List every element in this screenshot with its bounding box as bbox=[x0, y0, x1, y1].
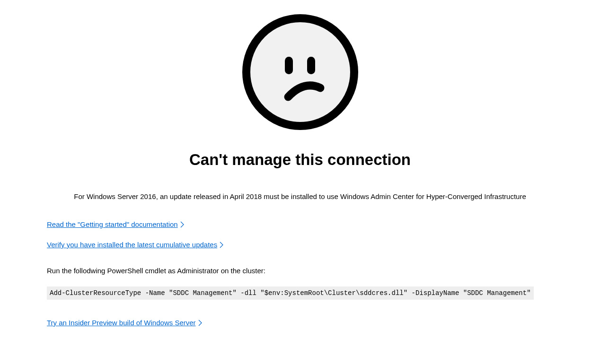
sad-face-icon bbox=[242, 14, 358, 132]
chevron-right-icon bbox=[219, 242, 224, 248]
insider-preview-link[interactable]: Try an Insider Preview build of Windows … bbox=[47, 319, 196, 327]
updates-link-row: Verify you have installed the latest cum… bbox=[47, 241, 553, 249]
powershell-instruction: Run the follodwing PowerShell cmdlet as … bbox=[47, 267, 553, 275]
error-container: Can't manage this connection For Windows… bbox=[0, 0, 600, 339]
svg-point-0 bbox=[246, 18, 354, 126]
insider-link-row: Try an Insider Preview build of Windows … bbox=[47, 319, 553, 327]
error-description: For Windows Server 2016, an update relea… bbox=[47, 192, 553, 200]
verify-updates-link[interactable]: Verify you have installed the latest cum… bbox=[47, 241, 217, 249]
docs-link-row: Read the "Getting started" documentation bbox=[47, 220, 553, 228]
svg-rect-2 bbox=[307, 57, 315, 74]
read-docs-link[interactable]: Read the "Getting started" documentation bbox=[47, 220, 178, 228]
svg-rect-1 bbox=[285, 57, 293, 74]
chevron-right-icon bbox=[180, 221, 185, 228]
powershell-cmdlet: Add-ClusterResourceType -Name "SDDC Mana… bbox=[47, 286, 534, 300]
chevron-right-icon bbox=[198, 320, 203, 326]
error-title: Can't manage this connection bbox=[189, 151, 411, 169]
error-content: For Windows Server 2016, an update relea… bbox=[47, 192, 553, 339]
